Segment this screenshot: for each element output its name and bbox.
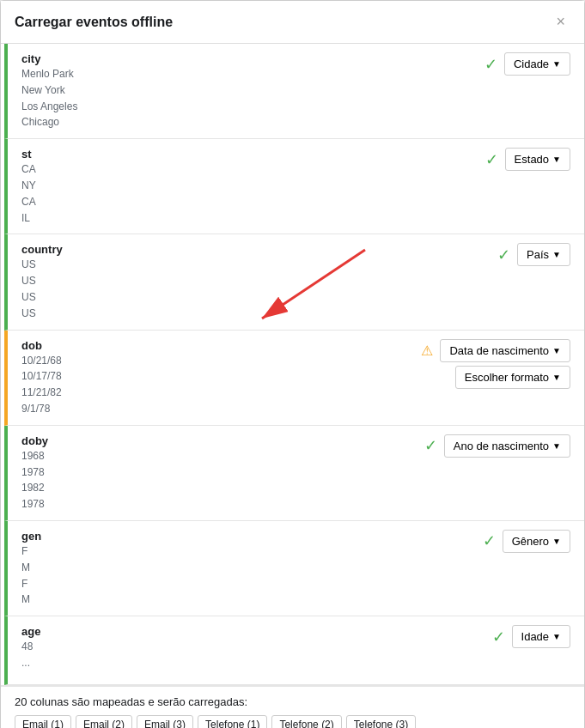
field-values-gen: genFMFM: [21, 530, 399, 607]
mapped-label: 20 colunas são mapeadas e serão carregad…: [15, 695, 570, 708]
field-controls-st: ✓Estado ▼: [399, 148, 570, 171]
field-value-item: Menlo Park: [21, 67, 399, 82]
warning-icon: ⚠: [421, 343, 433, 359]
field-row-age: age48...✓Idade ▼: [4, 616, 584, 685]
field-row-country: countryUSUSUSUS✓País ▼: [4, 234, 584, 330]
field-value-item: 48: [21, 640, 399, 654]
field-values-st: stCANYCAIL: [21, 148, 399, 225]
field-value-item: New York: [21, 83, 399, 98]
field-value-item: M: [21, 561, 399, 575]
close-button[interactable]: ×: [551, 11, 570, 33]
field-value-item: US: [21, 258, 399, 272]
field-name-age: age: [21, 625, 399, 638]
mapped-section: 20 colunas são mapeadas e serão carregad…: [1, 685, 584, 728]
mapped-tag: Telefone (2): [271, 715, 341, 728]
control-top-row: ✓Cidade ▼: [484, 52, 570, 76]
field-value-item: 11/21/82: [21, 385, 399, 400]
field-value-item: NY: [21, 179, 399, 193]
format-dropdown-arrow: ▼: [552, 373, 561, 382]
dialog-header: Carregar eventos offline ×: [1, 1, 584, 44]
field-row-city: cityMenlo ParkNew YorkLos AngelesChicago…: [4, 44, 584, 139]
mapping-dropdown-country[interactable]: País ▼: [517, 243, 570, 266]
fields-container: cityMenlo ParkNew YorkLos AngelesChicago…: [4, 44, 584, 685]
check-icon: ✓: [484, 55, 497, 74]
field-value-item: IL: [21, 211, 399, 226]
mapping-dropdown-doby[interactable]: Ano de nascimento ▼: [444, 434, 570, 458]
field-row-gen: genFMFM✓Gênero ▼: [4, 521, 584, 616]
field-values-dob: dob10/21/6810/17/7811/21/829/1/78: [21, 339, 399, 416]
control-top-row: ✓Estado ▼: [485, 148, 570, 171]
tags-container: Email (1)Email (2)Email (3)Telefone (1)T…: [15, 715, 570, 728]
mapping-dropdown-dob[interactable]: Data de nascimento ▼: [440, 339, 570, 362]
mapping-dropdown-city[interactable]: Cidade ▼: [504, 52, 570, 76]
field-name-city: city: [21, 52, 399, 65]
field-name-st: st: [21, 148, 399, 161]
field-controls-doby: ✓Ano de nascimento ▼: [399, 434, 570, 458]
field-values-city: cityMenlo ParkNew YorkLos AngelesChicago: [21, 52, 399, 130]
field-row-doby: doby1968197819821978✓Ano de nascimento ▼: [4, 426, 584, 521]
field-value-item: 9/1/78: [21, 402, 399, 416]
field-value-item: US: [21, 306, 399, 321]
field-controls-dob: ⚠Data de nascimento ▼Escolher formato ▼: [399, 339, 570, 389]
field-value-item: 1968: [21, 449, 399, 464]
dropdown-arrow: ▼: [552, 632, 561, 641]
field-value-item: Chicago: [21, 115, 399, 130]
field-name-country: country: [21, 243, 399, 256]
dropdown-arrow: ▼: [552, 346, 561, 355]
dialog-content: cityMenlo ParkNew YorkLos AngelesChicago…: [1, 44, 584, 685]
field-row-dob: dob10/21/6810/17/7811/21/829/1/78⚠Data d…: [4, 331, 584, 426]
dialog: Carregar eventos offline × cityMenlo Par…: [0, 0, 585, 728]
field-value-item: CA: [21, 162, 399, 177]
mapped-tag: Telefone (1): [198, 715, 267, 728]
check-icon: ✓: [424, 436, 437, 455]
field-values-age: age48...: [21, 625, 399, 670]
field-controls-country: ✓País ▼: [399, 243, 570, 266]
check-icon: ✓: [483, 531, 496, 550]
field-controls-age: ✓Idade ▼: [399, 625, 570, 648]
control-top-row: ✓Idade ▼: [492, 625, 570, 648]
check-icon: ✓: [497, 246, 510, 264]
mapped-tag: Telefone (3): [346, 715, 416, 728]
control-top-row: ✓Gênero ▼: [483, 530, 570, 553]
field-value-item: M: [21, 592, 399, 607]
dropdown-arrow: ▼: [552, 441, 561, 451]
field-value-item: F: [21, 544, 399, 559]
field-value-item: US: [21, 274, 399, 288]
dropdown-arrow: ▼: [552, 155, 561, 164]
field-value-item: F: [21, 577, 399, 592]
field-row-st: stCANYCAIL✓Estado ▼: [4, 139, 584, 234]
field-value-item: 10/17/78: [21, 369, 399, 384]
mapping-dropdown-gen[interactable]: Gênero ▼: [503, 530, 570, 553]
mapped-tag: Email (1): [15, 715, 71, 728]
field-name-doby: doby: [21, 434, 399, 447]
field-name-dob: dob: [21, 339, 399, 352]
field-value-item: 1978: [21, 465, 399, 480]
dropdown-arrow: ▼: [552, 537, 561, 546]
mapping-dropdown-age[interactable]: Idade ▼: [512, 625, 570, 648]
field-controls-gen: ✓Gênero ▼: [399, 530, 570, 553]
field-values-doby: doby1968197819821978: [21, 434, 399, 512]
mapping-dropdown-st[interactable]: Estado ▼: [505, 148, 570, 171]
field-value-item: 1978: [21, 497, 399, 512]
field-controls-city: ✓Cidade ▼: [399, 52, 570, 76]
control-top-row: ✓Ano de nascimento ▼: [424, 434, 570, 458]
mapped-tag: Email (3): [137, 715, 193, 728]
check-icon: ✓: [485, 150, 498, 169]
check-icon: ✓: [492, 628, 505, 646]
dropdown-arrow: ▼: [552, 250, 561, 259]
mapped-tag: Email (2): [76, 715, 132, 728]
field-value-item: CA: [21, 195, 399, 209]
field-value-item: ...: [21, 656, 399, 670]
control-top-row: ⚠Data de nascimento ▼: [421, 339, 570, 362]
field-value-item: US: [21, 290, 399, 305]
dropdown-arrow: ▼: [552, 59, 561, 69]
format-dropdown-dob[interactable]: Escolher formato ▼: [455, 366, 570, 389]
field-name-gen: gen: [21, 530, 399, 543]
control-top-row: ✓País ▼: [497, 243, 570, 266]
field-value-item: 10/21/68: [21, 354, 399, 368]
field-value-item: 1982: [21, 481, 399, 495]
field-value-item: Los Angeles: [21, 100, 399, 114]
dialog-title: Carregar eventos offline: [15, 15, 173, 30]
field-values-country: countryUSUSUSUS: [21, 243, 399, 320]
